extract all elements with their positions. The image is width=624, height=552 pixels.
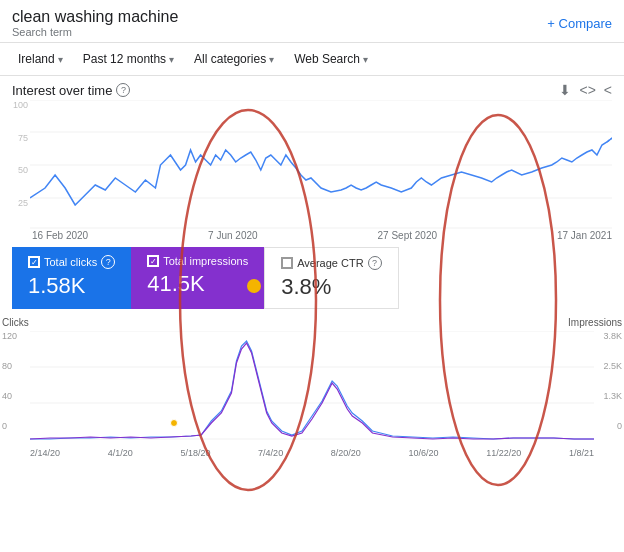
lower-chart-marker [170, 419, 178, 427]
total-impressions-value: 41.5K [147, 271, 248, 297]
avg-ctr-label: Average CTR ? [281, 256, 381, 270]
clicks-info-icon[interactable]: ? [101, 255, 115, 269]
region-filter[interactable]: Ireland ▾ [12, 49, 69, 69]
clicks-axis-label: Clicks [2, 317, 29, 328]
total-impressions-card: ✓ Total impressions 41.5K [131, 247, 264, 309]
info-icon[interactable]: ? [116, 83, 130, 97]
total-clicks-value: 1.58K [28, 273, 115, 299]
header: clean washing machine Search term + Comp… [0, 0, 624, 43]
compare-button[interactable]: + Compare [547, 16, 612, 31]
section-title: Interest over time ? [12, 83, 130, 98]
category-filter[interactable]: All categories ▾ [188, 49, 280, 69]
title-area: clean washing machine Search term [12, 8, 178, 38]
clicks-checkbox[interactable]: ✓ [28, 256, 40, 268]
search-type-chevron: ▾ [363, 54, 368, 65]
time-filter[interactable]: Past 12 months ▾ [77, 49, 180, 69]
upper-chart-wrapper: 100 75 50 25 [30, 100, 612, 230]
y-axis-labels: 100 75 50 25 [2, 100, 28, 230]
upper-chart-svg [30, 100, 612, 230]
share-icon[interactable]: < [604, 82, 612, 98]
avg-ctr-value: 3.8% [281, 274, 381, 300]
total-impressions-label: ✓ Total impressions [147, 255, 248, 267]
lower-chart-wrapper: Clicks Impressions 120 80 40 0 3.8K 2.5K… [0, 317, 624, 447]
metric-cards: ✓ Total clicks ? 1.58K ✓ Total impressio… [0, 243, 624, 313]
impressions-axis-label: Impressions [568, 317, 622, 328]
ctr-checkbox[interactable] [281, 257, 293, 269]
search-term: clean washing machine [12, 8, 178, 26]
compare-label: + Compare [547, 16, 612, 31]
section-header: Interest over time ? ⬇ <> < [0, 76, 624, 100]
search-label: Search term [12, 26, 178, 38]
total-clicks-label: ✓ Total clicks ? [28, 255, 115, 269]
region-chevron: ▾ [58, 54, 63, 65]
lower-chart-svg [30, 331, 594, 441]
upper-x-labels: 16 Feb 2020 7 Jun 2020 27 Sept 2020 17 J… [0, 230, 624, 241]
ctr-info-icon[interactable]: ? [368, 256, 382, 270]
search-type-filter[interactable]: Web Search ▾ [288, 49, 374, 69]
embed-icon[interactable]: <> [579, 82, 595, 98]
impressions-marker [247, 279, 261, 293]
total-clicks-card: ✓ Total clicks ? 1.58K [12, 247, 131, 309]
lower-y-left: 120 80 40 0 [2, 331, 28, 431]
page: clean washing machine Search term + Comp… [0, 0, 624, 552]
impressions-checkbox[interactable]: ✓ [147, 255, 159, 267]
filters-bar: Ireland ▾ Past 12 months ▾ All categorie… [0, 43, 624, 76]
time-chevron: ▾ [169, 54, 174, 65]
lower-x-labels: 2/14/20 4/1/20 5/18/20 7/4/20 8/20/20 10… [0, 448, 624, 458]
section-actions: ⬇ <> < [559, 82, 612, 98]
category-chevron: ▾ [269, 54, 274, 65]
lower-y-right: 3.8K 2.5K 1.3K 0 [596, 331, 622, 431]
download-icon[interactable]: ⬇ [559, 82, 571, 98]
avg-ctr-card: Average CTR ? 3.8% [264, 247, 398, 309]
